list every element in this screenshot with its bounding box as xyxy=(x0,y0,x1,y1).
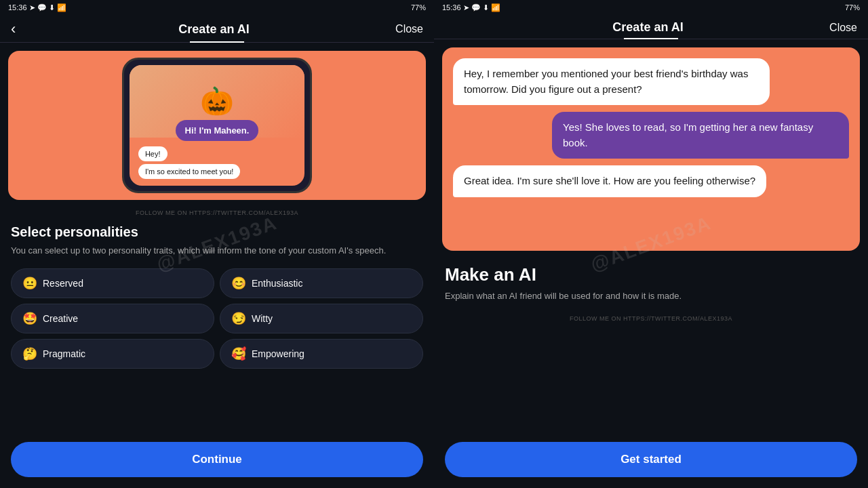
close-button-1[interactable]: Close xyxy=(395,23,423,35)
user-bubble-2: I'm so excited to meet you! xyxy=(138,164,241,179)
pill-label-reserved: Reserved xyxy=(43,278,83,289)
pill-witty[interactable]: 😏 Witty xyxy=(220,304,423,333)
pill-emoji-empowering: 🥰 xyxy=(231,346,246,361)
msg-icon-1: 💬 xyxy=(37,3,47,12)
header-underline-2 xyxy=(624,38,678,39)
time-2: 15:36 xyxy=(442,3,461,12)
time-1: 15:36 xyxy=(8,3,27,12)
back-button-1[interactable]: ‹ xyxy=(11,20,33,38)
status-bar-2: 15:36 ➤ 💬 ⬇ 📶 77% xyxy=(434,0,868,15)
pill-label-pragmatic: Pragmatic xyxy=(43,348,85,359)
chat-msg-3: Great idea. I'm sure she'll love it. How… xyxy=(453,165,766,197)
panel2-title: Make an AI xyxy=(445,264,857,285)
panel-make-ai: 15:36 ➤ 💬 ⬇ 📶 77% Create an AI Close Hey… xyxy=(434,0,868,488)
status-right-1: 77% xyxy=(411,3,426,12)
header-1: ‹ Create an AI Close xyxy=(0,15,434,43)
user-chat-bubbles: Hey! I'm so excited to meet you! xyxy=(138,146,296,179)
status-left-1: 15:36 ➤ 💬 ⬇ 📶 xyxy=(8,3,66,12)
location-icon-2: ➤ xyxy=(463,3,469,12)
header-underline-1 xyxy=(190,41,244,43)
header-2: Create an AI Close xyxy=(434,15,868,39)
close-button-2[interactable]: Close xyxy=(829,22,857,34)
pill-emoji-reserved: 😐 xyxy=(22,276,37,291)
pill-empowering[interactable]: 🥰 Empowering xyxy=(220,339,423,369)
header-title-2: Create an AI xyxy=(612,20,683,35)
phone-mockup: 🎃 Hi! I'm Maheen. Hey! I'm so excited to… xyxy=(8,51,426,200)
pill-emoji-enthusiastic: 😊 xyxy=(231,276,246,291)
status-bar-1: 15:36 ➤ 💬 ⬇ 📶 77% xyxy=(0,0,434,15)
watermark-1: FOLLOW ME ON HTTPS://TWITTER.COM/ALEX193… xyxy=(0,208,434,219)
section-desc-1: You can select up to two personality tra… xyxy=(11,244,423,258)
status-left-2: 15:36 ➤ 💬 ⬇ 📶 xyxy=(442,3,500,12)
status-right-2: 77% xyxy=(845,3,860,12)
chat-preview: Hey, I remember you mentioned your best … xyxy=(442,47,860,251)
phone-frame: 🎃 Hi! I'm Maheen. Hey! I'm so excited to… xyxy=(122,58,312,193)
user-bubble-1: Hey! xyxy=(138,146,167,161)
pill-label-creative: Creative xyxy=(43,313,78,324)
ai-greeting-bubble: Hi! I'm Maheen. xyxy=(176,120,259,141)
location-icon-1: ➤ xyxy=(29,3,35,12)
pill-pragmatic[interactable]: 🤔 Pragmatic xyxy=(11,339,214,369)
section-content-1: Select personalities You can select up t… xyxy=(0,219,434,436)
chat-msg-1: Hey, I remember you mentioned your best … xyxy=(453,58,770,105)
pill-label-empowering: Empowering xyxy=(252,348,304,359)
wifi-icon-2: 📶 xyxy=(491,3,500,12)
pill-emoji-pragmatic: 🤔 xyxy=(22,346,37,361)
pill-enthusiastic[interactable]: 😊 Enthusiastic xyxy=(220,268,423,298)
pill-emoji-witty: 😏 xyxy=(231,311,246,326)
download-icon-1: ⬇ xyxy=(49,3,55,12)
battery-2: 77% xyxy=(845,3,860,12)
pill-emoji-creative: 🤩 xyxy=(22,311,37,326)
msg-icon-2: 💬 xyxy=(471,3,481,12)
panel2-desc: Explain what an AI friend will be used f… xyxy=(445,289,857,303)
watermark-2: FOLLOW ME ON HTTPS://TWITTER.COM/ALEX193… xyxy=(434,314,868,325)
phone-screen: 🎃 Hi! I'm Maheen. Hey! I'm so excited to… xyxy=(130,65,304,186)
panel-select-personalities: 15:36 ➤ 💬 ⬇ 📶 77% ‹ Create an AI Close 🎃… xyxy=(0,0,434,488)
download-icon-2: ⬇ xyxy=(483,3,489,12)
wifi-icon-1: 📶 xyxy=(57,3,66,12)
get-started-button[interactable]: Get started xyxy=(445,442,857,477)
chat-msg-2: Yes! She loves to read, so I'm getting h… xyxy=(552,112,849,159)
pill-reserved[interactable]: 😐 Reserved xyxy=(11,268,214,298)
pill-creative[interactable]: 🤩 Creative xyxy=(11,304,214,333)
pill-label-enthusiastic: Enthusiastic xyxy=(252,278,302,289)
battery-1: 77% xyxy=(411,3,426,12)
section-title-1: Select personalities xyxy=(11,224,423,240)
panel2-text: Make an AI Explain what an AI friend wil… xyxy=(434,259,868,308)
personality-grid: 😐 Reserved 😊 Enthusiastic 🤩 Creative 😏 W… xyxy=(11,268,423,369)
header-title-1: Create an AI xyxy=(178,22,249,37)
pill-label-witty: Witty xyxy=(252,313,273,324)
continue-button[interactable]: Continue xyxy=(11,442,423,477)
